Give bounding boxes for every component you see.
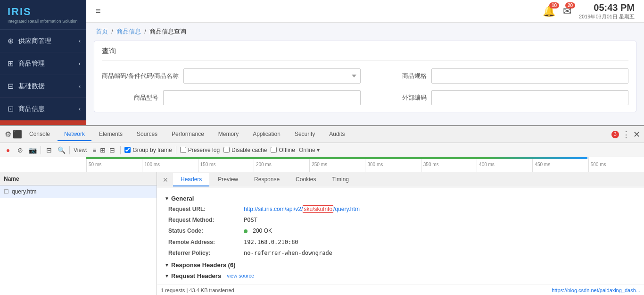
notification-badge[interactable]: 🔔 10 <box>543 5 555 17</box>
disable-cache-input[interactable] <box>223 147 230 153</box>
camera-button[interactable]: 📷 <box>28 146 37 154</box>
referrer-policy-value: no-referrer-when-downgrade <box>244 249 332 258</box>
detail-tab-cookies[interactable]: Cookies <box>288 173 323 186</box>
grid-view-icon[interactable]: ⊞ <box>99 146 107 154</box>
stop-button[interactable]: ⊘ <box>16 146 25 154</box>
general-section-header[interactable]: General <box>165 195 636 202</box>
response-headers-section-header[interactable]: Response Headers (6) <box>165 261 636 269</box>
status-code-text: 200 OK <box>253 228 272 234</box>
group-by-frame-checkbox[interactable]: Group by frame <box>124 147 172 153</box>
detail-close-button[interactable]: ✕ <box>159 174 172 185</box>
model-input[interactable] <box>163 90 361 105</box>
request-url-value: http://sit.iris.com/api/v2/sku/skuInfo/q… <box>244 205 360 214</box>
hamburger-menu[interactable]: ≡ <box>96 6 101 16</box>
request-headers-section-header[interactable]: Request Headers view source <box>165 272 636 279</box>
devtools-more-icon[interactable]: ⋮ <box>622 129 630 140</box>
form-group-model: 商品型号 <box>102 90 361 105</box>
form-group-sku: 商品编码/备件代码/商品名称 <box>102 68 361 84</box>
disable-cache-checkbox[interactable]: Disable cache <box>223 147 267 153</box>
message-badge[interactable]: ✉ 20 <box>563 5 571 17</box>
chevron-icon: ‹ <box>79 106 81 112</box>
request-method-key: Request Method: <box>168 216 244 225</box>
tab-security[interactable]: Security <box>288 128 322 141</box>
referrer-policy-row: Referrer Policy: no-referrer-when-downgr… <box>168 249 636 258</box>
requests-list: Name ☐ query.htm <box>0 172 157 295</box>
timeline-green-bar <box>86 157 587 159</box>
status-bar-right: https://blog.csdn.net/paidaxing_dash... <box>552 287 640 293</box>
detail-tab-response[interactable]: Response <box>247 173 287 186</box>
online-dropdown[interactable]: Online ▾ <box>299 147 320 153</box>
remote-address-row: Remote Address: 192.168.0.210:80 <box>168 238 636 247</box>
timeline-markers: 50 ms 100 ms 150 ms 200 ms 250 ms 300 ms… <box>0 157 644 172</box>
sidebar-item-supplier[interactable]: ⊕ 供应商管理 ‹ <box>0 30 86 52</box>
top-header: ≡ 🔔 10 ✉ 20 05:43 PM 2019年03月01日 星期五 <box>86 0 644 23</box>
form-row-1: 商品编码/备件代码/商品名称 商品规格 <box>102 68 628 84</box>
chevron-icon: ‹ <box>79 38 81 44</box>
url-highlight: sku/skuInfo <box>303 205 333 213</box>
timeline-mark-100: 100 ms <box>142 157 198 172</box>
timeline-mark-200: 200 ms <box>254 157 309 172</box>
offline-input[interactable] <box>271 147 277 153</box>
notification-count: 10 <box>549 2 559 8</box>
status-code-value: 200 OK <box>244 227 272 236</box>
detail-tab-headers[interactable]: Headers <box>173 173 209 186</box>
sidebar-item-label: 基础数据 <box>18 82 45 91</box>
devtools-settings-icon[interactable]: ⚙ <box>4 130 12 139</box>
tab-sources[interactable]: Sources <box>130 128 164 141</box>
request-headers-title: Request Headers <box>171 272 221 279</box>
error-badge: 3 <box>611 131 619 138</box>
separator-4 <box>176 146 176 154</box>
tab-elements[interactable]: Elements <box>92 128 129 141</box>
search-button[interactable]: 🔍 <box>57 146 66 154</box>
devtools-inspect-icon[interactable]: ⬛ <box>13 130 22 139</box>
sidebar-item-goods-mgmt[interactable]: ⊞ 商品管理 ‹ <box>0 52 86 75</box>
list-view-icon[interactable]: ≡ <box>91 146 98 154</box>
preserve-log-input[interactable] <box>180 147 186 153</box>
form-group-spec: 商品规格 <box>370 68 629 84</box>
filter-button[interactable]: ⊟ <box>45 146 53 154</box>
sku-label: 商品编码/备件代码/商品名称 <box>102 72 179 80</box>
view-label: View: <box>74 147 87 153</box>
breadcrumb-current: 商品信息查询 <box>149 28 186 35</box>
sidebar-item-base-data[interactable]: ⊟ 基础数据 ‹ <box>0 75 86 98</box>
detail-tab-timing[interactable]: Timing <box>324 173 356 186</box>
logo-title: IRIS <box>8 6 79 18</box>
breadcrumb-goods-info[interactable]: 商品信息 <box>116 28 141 35</box>
ext-code-label: 外部编码 <box>370 93 427 102</box>
header-time: 05:43 PM 2019年03月01日 星期五 <box>579 2 635 20</box>
status-bar: 1 requests | 43.4 KB transferred https:/… <box>157 285 644 295</box>
name-column-header: Name <box>4 176 19 182</box>
goods-icon: ⊞ <box>8 59 14 68</box>
goods-info-icon: ⊡ <box>8 104 14 113</box>
breadcrumb-home[interactable]: 首页 <box>96 28 108 35</box>
tab-memory[interactable]: Memory <box>212 128 245 141</box>
sidebar-item-goods-info[interactable]: ⊡ 商品信息 ‹ <box>0 98 86 120</box>
tab-application[interactable]: Application <box>246 128 287 141</box>
response-headers-title: Response Headers (6) <box>171 261 236 269</box>
offline-checkbox[interactable]: Offline <box>271 147 295 153</box>
header-left: ≡ <box>96 6 101 16</box>
sku-select[interactable] <box>183 68 360 84</box>
devtools-toolbar: ● ⊘ 📷 ⊟ 🔍 View: ≡ ⊞ ⊟ Group by frame Pre… <box>0 143 644 157</box>
error-count: 3 <box>611 131 619 138</box>
group-by-frame-input[interactable] <box>124 147 131 153</box>
request-item-query[interactable]: ☐ query.htm <box>0 185 157 198</box>
timeline-mark-150: 150 ms <box>198 157 254 172</box>
spec-label: 商品规格 <box>370 72 427 80</box>
preserve-log-checkbox[interactable]: Preserve log <box>180 147 220 153</box>
tab-performance[interactable]: Performance <box>165 128 211 141</box>
record-button[interactable]: ● <box>4 146 12 154</box>
tab-console[interactable]: Console <box>23 128 57 141</box>
ext-code-input[interactable] <box>431 90 629 105</box>
detail-view-icon[interactable]: ⊟ <box>108 146 116 154</box>
spec-input[interactable] <box>431 68 629 84</box>
tab-audits[interactable]: Audits <box>322 128 351 141</box>
detail-tab-preview[interactable]: Preview <box>210 173 246 186</box>
remote-address-value: 192.168.0.210:80 <box>244 238 298 247</box>
devtools-panel: ⚙ ⬛ Console Network Elements Sources Per… <box>0 125 644 295</box>
devtools-close-icon[interactable]: ✕ <box>633 129 640 140</box>
view-source-link[interactable]: view source <box>227 273 254 278</box>
group-by-frame-label: Group by frame <box>132 147 172 153</box>
request-url-key: Request URL: <box>168 205 244 214</box>
tab-network[interactable]: Network <box>58 128 91 141</box>
